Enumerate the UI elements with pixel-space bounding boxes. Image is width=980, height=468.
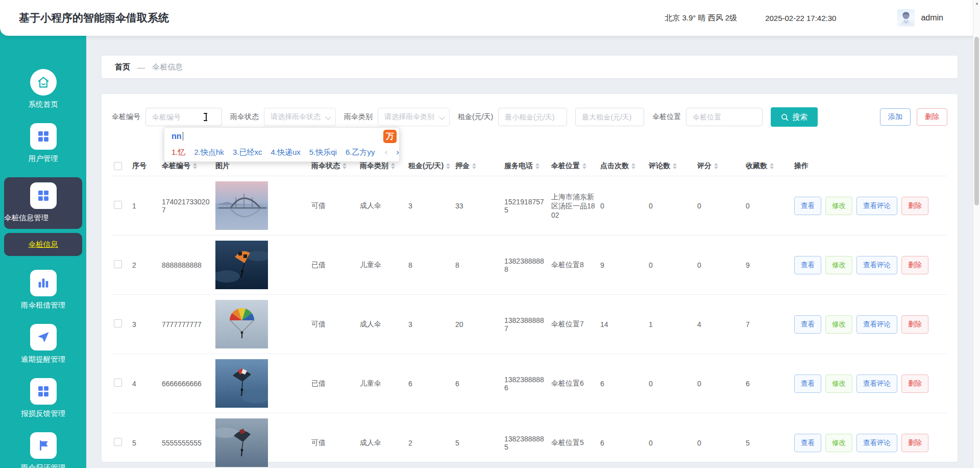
- ime-next-page-icon[interactable]: ›: [396, 147, 399, 157]
- add-button[interactable]: 添加: [880, 108, 911, 126]
- pile-table: 序号 伞桩编号 图片 雨伞状态 雨伞类别 租金(元/天) 押金 服务电话 伞桩位…: [112, 156, 947, 468]
- view-button[interactable]: 查看: [794, 315, 821, 334]
- grid-icon: [30, 378, 57, 405]
- ime-candidate[interactable]: 5.快乐qi: [309, 148, 337, 157]
- view-comments-button[interactable]: 查看评论: [856, 434, 897, 452]
- ime-prev-page-icon[interactable]: ‹: [384, 147, 387, 157]
- chevron-down-icon: [439, 114, 445, 120]
- sidebar-item-damage-feedback-mgmt[interactable]: 报损反馈管理: [0, 378, 86, 418]
- delete-row-button[interactable]: 删除: [901, 434, 928, 452]
- umbrella-type-select[interactable]: 请选择雨伞类别: [378, 108, 450, 126]
- cell-code: 8888888888: [162, 261, 215, 269]
- sort-icon[interactable]: [391, 163, 395, 169]
- cell-favorites: 7: [746, 320, 794, 329]
- row-checkbox[interactable]: [114, 201, 122, 209]
- breadcrumb-home[interactable]: 首页: [115, 62, 130, 72]
- pile-code-label: 伞桩编号: [112, 112, 140, 122]
- view-comments-button[interactable]: 查看评论: [856, 315, 897, 334]
- edit-button[interactable]: 修改: [825, 256, 852, 274]
- sort-icon[interactable]: [342, 163, 347, 169]
- sort-icon[interactable]: [535, 163, 540, 169]
- ime-logo-icon[interactable]: 万: [383, 130, 397, 143]
- sort-icon[interactable]: [446, 163, 450, 169]
- delete-button[interactable]: 删除: [917, 108, 947, 126]
- sort-icon[interactable]: [714, 163, 718, 169]
- cell-clicks: 14: [600, 320, 649, 329]
- cell-code: 1740217330207: [162, 198, 215, 214]
- ime-candidate[interactable]: 3.已经xc: [233, 148, 262, 157]
- sidebar-item-return-mgmt[interactable]: 雨伞归还管理: [0, 432, 86, 468]
- cell-rent: 2: [408, 439, 455, 447]
- sidebar-item-rental-mgmt[interactable]: 雨伞租借管理: [0, 270, 86, 310]
- view-comments-button[interactable]: 查看评论: [856, 256, 897, 274]
- sort-icon[interactable]: [582, 163, 586, 169]
- cell-status: 已借: [311, 261, 360, 270]
- avatar[interactable]: [897, 9, 915, 27]
- umbrella-status-select[interactable]: 请选择雨伞状态: [264, 108, 336, 126]
- table-row: 1 1740217330207: [112, 176, 947, 236]
- cell-favorites: 6: [746, 380, 794, 388]
- view-button[interactable]: 查看: [794, 197, 821, 215]
- sidebar-item-users[interactable]: 用户管理: [0, 123, 86, 163]
- sidebar-item-home[interactable]: 系统首页: [0, 69, 86, 109]
- edit-button[interactable]: 修改: [825, 197, 852, 215]
- sort-icon[interactable]: [472, 163, 476, 169]
- pile-code-input[interactable]: [145, 108, 222, 126]
- view-button[interactable]: 查看: [794, 256, 821, 274]
- sidebar: 系统首页 用户管理 伞桩信息管理 伞桩信息 雨伞租借管理: [0, 0, 86, 468]
- username-text[interactable]: admin: [921, 13, 943, 22]
- scrollbar-thumb[interactable]: [974, 37, 979, 205]
- cell-comments: 0: [649, 261, 697, 269]
- umbrella-status-label: 雨伞状态: [230, 112, 259, 122]
- cell-deposit: 6: [455, 380, 504, 388]
- ime-candidate[interactable]: 2.快点hk: [194, 148, 224, 157]
- sidebar-item-label: 系统首页: [0, 100, 86, 109]
- row-checkbox[interactable]: [114, 260, 122, 268]
- cell-type: 成人伞: [360, 438, 408, 448]
- ime-candidate[interactable]: 6.乙方yy: [346, 148, 375, 157]
- view-button[interactable]: 查看: [794, 434, 821, 452]
- cell-deposit: 8: [455, 261, 504, 269]
- rent-max-input[interactable]: [575, 108, 644, 126]
- cell-location: 上海市浦东新区汤臣一品1802: [551, 193, 600, 219]
- delete-row-button[interactable]: 删除: [901, 256, 928, 274]
- page-scrollbar[interactable]: ▲: [973, 0, 980, 468]
- delete-row-button[interactable]: 删除: [901, 197, 928, 215]
- cell-status: 已借: [311, 379, 360, 388]
- sidebar-item-overdue-mgmt[interactable]: 逾期提醒管理: [0, 324, 86, 364]
- row-checkbox[interactable]: [114, 379, 122, 387]
- cell-deposit: 33: [455, 202, 504, 210]
- sort-icon[interactable]: [673, 163, 677, 169]
- ime-candidate[interactable]: 1.忆: [172, 148, 186, 157]
- cell-type: 成人伞: [360, 201, 408, 210]
- edit-button[interactable]: 修改: [825, 434, 852, 452]
- cell-location: 伞桩位置5: [551, 438, 600, 448]
- view-button[interactable]: 查看: [794, 375, 821, 393]
- sort-icon[interactable]: [193, 163, 197, 169]
- bar-chart-icon: [30, 270, 57, 296]
- sort-icon[interactable]: [770, 163, 774, 169]
- pile-location-input[interactable]: [686, 108, 763, 126]
- ime-caret: [183, 132, 184, 141]
- select-all-checkbox[interactable]: [114, 162, 122, 170]
- rent-min-input[interactable]: [498, 108, 567, 126]
- cell-location: 伞桩位置6: [551, 379, 600, 388]
- cell-rent: 6: [408, 380, 455, 388]
- cell-type: 儿童伞: [360, 379, 408, 388]
- delete-row-button[interactable]: 删除: [901, 375, 928, 393]
- sidebar-subitem-pile-info[interactable]: 伞桩信息: [4, 233, 82, 256]
- delete-row-button[interactable]: 删除: [901, 315, 928, 334]
- edit-button[interactable]: 修改: [825, 315, 852, 334]
- edit-button[interactable]: 修改: [825, 375, 852, 393]
- view-comments-button[interactable]: 查看评论: [856, 197, 897, 215]
- sort-icon[interactable]: [631, 163, 635, 169]
- search-button[interactable]: 搜索: [771, 107, 818, 127]
- sidebar-item-label: 逾期提醒管理: [0, 355, 86, 364]
- row-checkbox[interactable]: [114, 438, 122, 446]
- sidebar-item-pile-info-mgmt[interactable]: 伞桩信息管理: [4, 177, 82, 229]
- ime-candidate[interactable]: 4.快递ux: [271, 148, 300, 157]
- cell-code: 5555555555: [162, 439, 215, 447]
- row-checkbox[interactable]: [114, 319, 122, 327]
- view-comments-button[interactable]: 查看评论: [856, 375, 897, 393]
- scrollbar-up-arrow[interactable]: ▲: [973, 1, 980, 6]
